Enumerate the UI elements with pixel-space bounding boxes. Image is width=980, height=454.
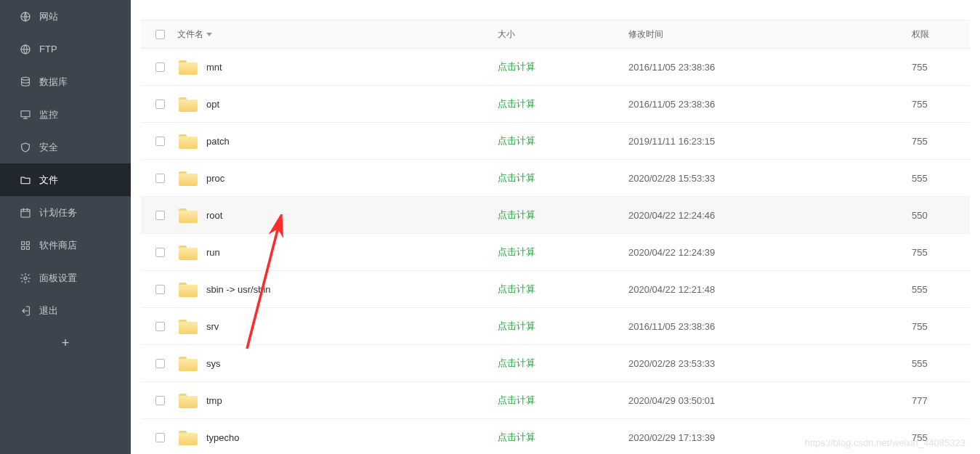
- calc-size-link[interactable]: 点击计算: [498, 98, 535, 109]
- folder-icon: [179, 133, 198, 149]
- file-name[interactable]: srv: [206, 321, 219, 332]
- file-name[interactable]: sbin -> usr/sbin: [206, 284, 271, 295]
- column-header-time[interactable]: 修改时间: [628, 28, 912, 41]
- file-manager-pane: 文件名 大小 修改时间 权限 mnt点击计算2016/11/05 23:38:3…: [131, 0, 980, 454]
- folder-icon: [19, 174, 32, 187]
- header-size-label: 大小: [498, 29, 515, 39]
- sidebar-item-label: 软件商店: [39, 239, 77, 252]
- folder-icon: [179, 355, 198, 371]
- row-checkbox[interactable]: [155, 137, 165, 146]
- column-header-perm[interactable]: 权限: [912, 28, 955, 41]
- file-perm: 550: [912, 210, 928, 221]
- sidebar-item-label: 文件: [39, 174, 58, 187]
- calc-size-link[interactable]: 点击计算: [498, 431, 535, 442]
- toolbar-area: [131, 0, 980, 20]
- table-row[interactable]: typecho点击计算2020/02/29 17:13:39755: [141, 419, 970, 454]
- file-name[interactable]: tmp: [206, 395, 222, 406]
- sidebar-item-apps[interactable]: 软件商店: [0, 229, 131, 262]
- row-checkbox[interactable]: [155, 62, 165, 72]
- file-perm: 755: [912, 136, 928, 147]
- calc-size-link[interactable]: 点击计算: [498, 209, 535, 220]
- database-icon: [19, 76, 32, 89]
- row-checkbox[interactable]: [155, 211, 165, 220]
- table-row[interactable]: mnt点击计算2016/11/05 23:38:36755: [141, 49, 970, 86]
- folder-icon: [179, 244, 198, 260]
- calc-size-link[interactable]: 点击计算: [498, 394, 535, 405]
- select-all-checkbox[interactable]: [155, 30, 165, 39]
- table-row[interactable]: opt点击计算2016/11/05 23:38:36755: [141, 86, 970, 123]
- svg-rect-5: [22, 241, 25, 244]
- file-mtime: 2016/11/05 23:38:36: [628, 62, 715, 73]
- gear-icon: [19, 272, 32, 285]
- table-row[interactable]: root点击计算2020/04/22 12:24:46550: [141, 197, 970, 234]
- row-checkbox[interactable]: [155, 100, 165, 109]
- file-perm: 755: [912, 62, 928, 73]
- column-header-name[interactable]: 文件名: [177, 28, 498, 41]
- sidebar-item-label: 网站: [39, 10, 58, 23]
- table-row[interactable]: patch点击计算2019/11/11 16:23:15755: [141, 123, 970, 160]
- svg-point-2: [22, 77, 30, 80]
- file-perm: 755: [912, 432, 928, 443]
- table-row[interactable]: sbin -> usr/sbin点击计算2020/04/22 12:21:485…: [141, 271, 970, 308]
- file-name[interactable]: run: [206, 247, 220, 258]
- sidebar-item-exit[interactable]: 退出: [0, 294, 131, 327]
- shield-icon: [19, 141, 32, 154]
- row-checkbox[interactable]: [155, 396, 165, 405]
- folder-icon: [179, 170, 198, 186]
- folder-icon: [179, 392, 198, 408]
- svg-rect-8: [26, 246, 29, 249]
- file-perm: 755: [912, 321, 928, 332]
- sidebar-item-label: 面板设置: [39, 272, 77, 285]
- calc-size-link[interactable]: 点击计算: [498, 357, 535, 368]
- row-checkbox[interactable]: [155, 359, 165, 368]
- row-checkbox[interactable]: [155, 322, 165, 331]
- sidebar-item-globe[interactable]: 网站: [0, 0, 131, 33]
- row-checkbox[interactable]: [155, 248, 165, 257]
- file-name[interactable]: proc: [206, 173, 224, 184]
- sidebar-item-folder[interactable]: 文件: [0, 163, 131, 196]
- file-name[interactable]: sys: [206, 358, 221, 369]
- sidebar-item-ftp[interactable]: FTP: [0, 33, 131, 65]
- row-checkbox[interactable]: [155, 433, 165, 442]
- file-name[interactable]: typecho: [206, 432, 240, 443]
- column-header-size[interactable]: 大小: [498, 28, 628, 41]
- file-mtime: 2020/04/22 12:21:48: [628, 284, 715, 295]
- sidebar-item-database[interactable]: 数据库: [0, 65, 131, 98]
- table-row[interactable]: run点击计算2020/04/22 12:24:39755: [141, 234, 970, 271]
- sidebar-item-label: 安全: [39, 141, 58, 154]
- row-checkbox[interactable]: [155, 174, 165, 183]
- ftp-icon: [19, 43, 32, 56]
- file-name[interactable]: patch: [206, 136, 230, 147]
- header-time-label: 修改时间: [628, 29, 663, 39]
- file-mtime: 2016/11/05 23:38:36: [628, 321, 715, 332]
- file-mtime: 2020/02/28 15:53:33: [628, 173, 715, 184]
- row-checkbox[interactable]: [155, 285, 165, 294]
- sidebar-item-cron[interactable]: 计划任务: [0, 196, 131, 229]
- sidebar-item-shield[interactable]: 安全: [0, 131, 131, 163]
- file-perm: 555: [912, 173, 928, 184]
- calc-size-link[interactable]: 点击计算: [498, 135, 535, 146]
- table-row[interactable]: proc点击计算2020/02/28 15:53:33555: [141, 160, 970, 197]
- svg-point-9: [24, 277, 27, 280]
- calc-size-link[interactable]: 点击计算: [498, 283, 535, 294]
- svg-rect-3: [21, 110, 30, 116]
- calc-size-link[interactable]: 点击计算: [498, 61, 535, 72]
- apps-icon: [19, 239, 32, 252]
- calc-size-link[interactable]: 点击计算: [498, 246, 535, 257]
- header-name-label: 文件名: [177, 28, 203, 41]
- file-perm: 755: [912, 99, 928, 110]
- file-name[interactable]: root: [206, 210, 222, 221]
- table-row[interactable]: sys点击计算2020/02/28 23:53:33555: [141, 345, 970, 382]
- table-row[interactable]: tmp点击计算2020/04/29 03:50:01777: [141, 382, 970, 419]
- calc-size-link[interactable]: 点击计算: [498, 172, 535, 183]
- file-name[interactable]: mnt: [206, 62, 222, 73]
- table-row[interactable]: srv点击计算2016/11/05 23:38:36755: [141, 308, 970, 345]
- sidebar-item-gear[interactable]: 面板设置: [0, 262, 131, 294]
- sidebar-item-monitor[interactable]: 监控: [0, 98, 131, 131]
- sidebar: 网站FTP数据库监控安全文件计划任务软件商店面板设置退出 +: [0, 0, 131, 454]
- file-mtime: 2016/11/05 23:38:36: [628, 99, 715, 110]
- file-name[interactable]: opt: [206, 99, 219, 110]
- calc-size-link[interactable]: 点击计算: [498, 320, 535, 331]
- file-mtime: 2020/04/29 03:50:01: [628, 395, 715, 406]
- sidebar-add-button[interactable]: +: [0, 327, 131, 360]
